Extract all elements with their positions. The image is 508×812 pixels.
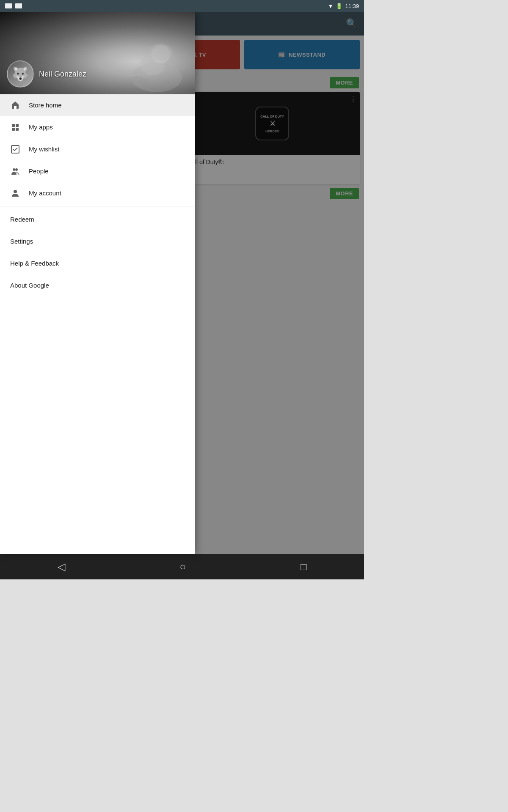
avatar-image: 🐺 [12, 66, 29, 82]
menu-item-help[interactable]: Help & Feedback [0, 252, 195, 274]
svg-point-13 [139, 79, 149, 85]
menu-item-store-home[interactable]: Store home [0, 94, 195, 116]
status-right-icons: ▼ 🔋 11:39 [328, 3, 359, 9]
recents-button[interactable]: □ [301, 561, 307, 573]
avatar: 🐺 [7, 60, 34, 88]
drawer-overlay[interactable] [195, 12, 364, 554]
my-apps-icon [10, 122, 20, 132]
battery-icon: 🔋 [336, 3, 342, 9]
drawer-header: 🐺 Neil Gonzalez [0, 12, 195, 94]
menu-item-my-account[interactable]: My account [0, 182, 195, 204]
my-account-icon [10, 188, 20, 198]
people-label: People [29, 167, 49, 175]
svg-rect-17 [12, 124, 15, 127]
my-wishlist-icon [10, 144, 20, 154]
wifi-icon: ▼ [328, 3, 334, 9]
home-button[interactable]: ○ [180, 561, 186, 573]
menu-item-people[interactable]: People [0, 160, 195, 182]
menu-item-my-wishlist[interactable]: My wishlist [0, 138, 195, 160]
navigation-drawer: 🐺 Neil Gonzalez Store home My apps My wi… [0, 12, 195, 554]
svg-rect-19 [12, 128, 15, 131]
lion-silhouette [102, 27, 186, 94]
help-label: Help & Feedback [10, 260, 59, 267]
drawer-user-info: 🐺 Neil Gonzalez [7, 60, 86, 88]
store-home-label: Store home [29, 102, 62, 109]
my-wishlist-label: My wishlist [29, 145, 60, 153]
svg-point-24 [14, 190, 17, 193]
menu-item-redeem[interactable]: Redeem [0, 208, 195, 230]
people-icon [10, 166, 20, 176]
svg-point-11 [149, 44, 173, 60]
svg-point-22 [13, 168, 15, 171]
status-bar: ▼ 🔋 11:39 [0, 0, 364, 12]
navigation-bar: ◁ ○ □ [0, 554, 364, 579]
menu-item-about-google[interactable]: About Google [0, 274, 195, 296]
download-icon [5, 3, 12, 8]
svg-marker-15 [12, 102, 19, 104]
my-account-label: My account [29, 189, 61, 197]
menu-divider [0, 206, 195, 206]
status-left-icons [5, 3, 22, 8]
store-home-icon [10, 100, 20, 110]
settings-label: Settings [10, 238, 33, 245]
redeem-label: Redeem [10, 216, 34, 223]
menu-item-my-apps[interactable]: My apps [0, 116, 195, 138]
svg-rect-18 [16, 124, 19, 127]
download2-icon [15, 3, 22, 8]
my-apps-label: My apps [29, 123, 53, 131]
clock: 11:39 [345, 3, 359, 9]
user-name: Neil Gonzalez [39, 70, 86, 79]
svg-rect-20 [16, 128, 19, 131]
svg-point-23 [15, 168, 18, 171]
drawer-menu: Store home My apps My wishlist People [0, 94, 195, 554]
menu-item-settings[interactable]: Settings [0, 230, 195, 252]
back-button[interactable]: ◁ [58, 561, 65, 573]
about-google-label: About Google [10, 282, 49, 289]
svg-rect-16 [14, 106, 17, 109]
